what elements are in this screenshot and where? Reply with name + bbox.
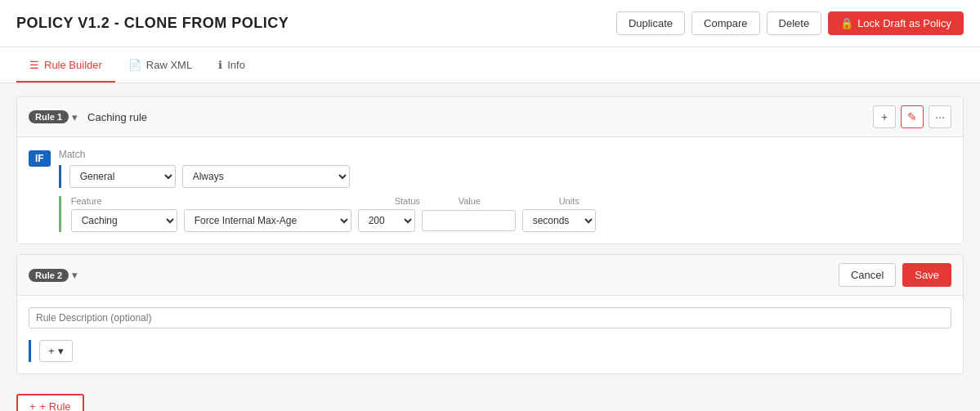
feature-row: Caching Force Internal Max-Age 200 300 s… xyxy=(71,209,951,232)
cancel-button[interactable]: Cancel xyxy=(839,263,896,287)
add-condition-section: + ▾ xyxy=(29,340,951,362)
rule-2-block: Rule 2 ▾ Cancel Save + ▾ xyxy=(16,254,964,374)
rule-1-block: Rule 1 ▾ Caching rule + ✎ ··· IF Match G… xyxy=(16,96,964,244)
dropdown-arrow-icon: ▾ xyxy=(58,345,64,357)
value-input[interactable]: 300 xyxy=(422,210,516,231)
compare-button[interactable]: Compare xyxy=(691,11,759,35)
top-actions: Duplicate Compare Delete 🔒 Lock Draft as… xyxy=(616,11,964,35)
plus-icon: + xyxy=(29,400,36,411)
page-title: POLICY V1.2 - CLONE FROM POLICY xyxy=(16,15,289,32)
rule-2-badge: Rule 2 xyxy=(29,269,69,282)
rule-1-actions: + ✎ ··· xyxy=(873,105,951,128)
tab-info[interactable]: ℹ Info xyxy=(205,47,258,83)
duplicate-button[interactable]: Duplicate xyxy=(616,11,685,35)
file-icon: 📄 xyxy=(128,59,141,71)
tab-rule-builder[interactable]: ☰ Rule Builder xyxy=(16,47,115,83)
more-options-button[interactable]: ··· xyxy=(929,105,951,128)
tab-raw-xml[interactable]: 📄 Raw XML xyxy=(115,47,205,83)
action-select[interactable]: Force Internal Max-Age xyxy=(184,209,351,232)
units-select[interactable]: seconds xyxy=(522,209,596,232)
edit-rule-button[interactable]: ✎ xyxy=(901,105,924,128)
table-icon: ☰ xyxy=(29,59,39,71)
if-block: IF Match General Always Feature xyxy=(29,149,951,232)
plus-icon: + xyxy=(48,345,55,357)
units-col-label: Units xyxy=(559,196,624,206)
add-condition-dropdown-button[interactable]: + ▾ xyxy=(39,340,73,362)
rule-1-title: Caching rule xyxy=(87,111,873,123)
rule-2-actions: Cancel Save xyxy=(839,263,951,287)
lock-draft-button[interactable]: 🔒 Lock Draft as Policy xyxy=(828,11,964,35)
rule-description-input[interactable] xyxy=(29,307,951,328)
add-condition-button[interactable]: + xyxy=(873,105,896,128)
rule-1-body: IF Match General Always Feature xyxy=(17,137,963,243)
delete-button[interactable]: Delete xyxy=(767,11,822,35)
always-select[interactable]: Always xyxy=(182,165,350,188)
rule-1-header: Rule 1 ▾ Caching rule + ✎ ··· xyxy=(17,97,963,137)
info-icon: ℹ xyxy=(218,59,222,71)
feature-section: Feature Status Value Units Caching Force xyxy=(59,196,951,232)
rule-2-body: + ▾ xyxy=(17,296,963,373)
condition-row: General Always xyxy=(59,165,951,188)
value-col-label: Value xyxy=(459,196,553,206)
status-col-label: Status xyxy=(395,196,452,206)
rule-2-header: Rule 2 ▾ Cancel Save xyxy=(17,255,963,296)
if-label: IF xyxy=(29,150,51,167)
if-content: Match General Always Feature St xyxy=(59,149,951,232)
match-label: Match xyxy=(59,149,951,160)
rule-2-chevron-icon[interactable]: ▾ xyxy=(72,269,78,281)
add-rule-button[interactable]: + + Rule xyxy=(16,394,84,411)
lock-icon: 🔒 xyxy=(840,17,853,29)
status-col-spacer xyxy=(225,196,388,206)
general-select[interactable]: General xyxy=(69,165,176,188)
feature-select[interactable]: Caching xyxy=(71,209,177,232)
save-button[interactable]: Save xyxy=(902,263,951,287)
feature-col-label: Feature xyxy=(71,196,218,206)
rule-1-chevron-icon[interactable]: ▾ xyxy=(72,111,78,123)
main-content: Rule 1 ▾ Caching rule + ✎ ··· IF Match G… xyxy=(0,83,980,411)
rule-1-badge: Rule 1 xyxy=(29,110,69,123)
top-bar: POLICY V1.2 - CLONE FROM POLICY Duplicat… xyxy=(0,0,980,47)
tabs-bar: ☰ Rule Builder 📄 Raw XML ℹ Info xyxy=(0,47,980,83)
status-select[interactable]: 200 xyxy=(358,209,415,232)
feature-labels: Feature Status Value Units xyxy=(71,196,951,206)
